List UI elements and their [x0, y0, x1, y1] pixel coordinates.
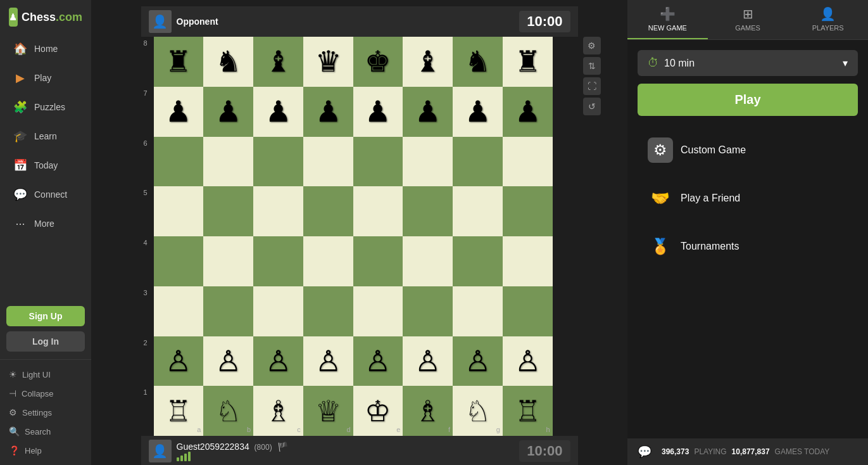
square-f8[interactable]: ♝ [403, 37, 453, 87]
square-a4[interactable] [154, 236, 204, 286]
square-f2[interactable]: ♙ [403, 336, 453, 386]
logo[interactable]: ♟ Chess.com [0, 0, 91, 34]
square-e8[interactable]: ♚ [353, 37, 403, 87]
square-g7[interactable]: ♟ [453, 87, 503, 137]
help-item[interactable]: ❓ Help [0, 441, 91, 460]
fullscreen-ctrl[interactable]: ⛶ [583, 77, 601, 95]
square-e6[interactable] [353, 137, 403, 187]
nav-item-today[interactable]: 📅 Today [4, 151, 87, 179]
chess-board[interactable]: ♜ ♞ ♝ ♛ ♚ ♝ ♞ ♜ ♟ ♟ ♟ ♟ ♟ ♟ ♟ ♟ [154, 37, 553, 436]
square-e3[interactable] [353, 286, 403, 336]
square-e4[interactable] [353, 236, 403, 286]
nav-item-play[interactable]: ▶ Play [4, 64, 87, 92]
puzzles-icon: 🧩 [13, 99, 28, 115]
square-g3[interactable] [453, 286, 503, 336]
nav-item-puzzles[interactable]: 🧩 Puzzles [4, 93, 87, 121]
tournaments-option[interactable]: 🏅 Tournaments [638, 225, 858, 268]
square-g5[interactable] [453, 186, 503, 236]
square-d2[interactable]: ♙ [303, 336, 353, 386]
square-b8[interactable]: ♞ [203, 37, 253, 87]
square-b6[interactable] [203, 137, 253, 187]
square-a7[interactable]: ♟ [154, 87, 204, 137]
signup-button[interactable]: Sign Up [6, 306, 85, 326]
square-h7[interactable]: ♟ [503, 87, 553, 137]
time-selector[interactable]: ⏱ 10 min ▾ [638, 50, 858, 76]
play-button[interactable]: Play [638, 84, 858, 116]
square-g2[interactable]: ♙ [453, 336, 503, 386]
square-e5[interactable] [353, 186, 403, 236]
square-b4[interactable] [203, 236, 253, 286]
square-h6[interactable] [503, 137, 553, 187]
square-b3[interactable] [203, 286, 253, 336]
playing-label: PLAYING [694, 447, 726, 456]
stats-bar: 💬 396,373 PLAYING 10,877,837 GAMES TODAY [627, 438, 868, 465]
square-c4[interactable] [253, 236, 303, 286]
nav-item-connect[interactable]: 💬 Connect [4, 181, 87, 208]
piece-e7: ♟ [365, 94, 391, 129]
square-d7[interactable]: ♟ [303, 87, 353, 137]
square-g8[interactable]: ♞ [453, 37, 503, 87]
nav-item-more[interactable]: ··· More [4, 210, 87, 238]
square-f6[interactable] [403, 137, 453, 187]
nav-label-puzzles: Puzzles [34, 102, 65, 112]
square-h2[interactable]: ♙ [503, 336, 553, 386]
nav-item-home[interactable]: 🏠 Home [4, 35, 87, 63]
piece-c8: ♝ [265, 44, 291, 79]
games-icon: ⊞ [743, 6, 753, 22]
board-controls: ⚙ ⇅ ⛶ ↺ [583, 37, 601, 115]
piece-d1: ♕ [315, 394, 341, 428]
square-c3[interactable] [253, 286, 303, 336]
square-d6[interactable] [303, 137, 353, 187]
square-f4[interactable] [403, 236, 453, 286]
square-a3[interactable] [154, 286, 204, 336]
square-h8[interactable]: ♜ [503, 37, 553, 87]
square-a2[interactable]: ♙ [154, 336, 204, 386]
login-button[interactable]: Log In [6, 331, 85, 352]
settings-ctrl[interactable]: ⚙ [583, 37, 601, 54]
square-f5[interactable] [403, 186, 453, 236]
square-h5[interactable] [503, 186, 553, 236]
square-d8[interactable]: ♛ [303, 37, 353, 87]
play-friend-option[interactable]: 🤝 Play a Friend [638, 177, 858, 220]
flip-ctrl[interactable]: ⇅ [583, 57, 601, 75]
square-c2[interactable]: ♙ [253, 336, 303, 386]
custom-game-option[interactable]: ⚙ Custom Game [638, 129, 858, 172]
square-a5[interactable] [154, 186, 204, 236]
settings-item[interactable]: ⚙ Settings [0, 403, 91, 422]
square-d5[interactable] [303, 186, 353, 236]
square-c8[interactable]: ♝ [253, 37, 303, 87]
square-e7[interactable]: ♟ [353, 87, 403, 137]
square-f3[interactable] [403, 286, 453, 336]
player-name: Guest2059222834 (800) 🏴 [177, 442, 288, 452]
tab-players[interactable]: 👤 PLAYERS [788, 0, 868, 39]
nav-item-learn[interactable]: 🎓 Learn [4, 122, 87, 150]
square-h4[interactable] [503, 236, 553, 286]
games-label: GAMES TODAY [775, 447, 830, 456]
bar1 [177, 457, 179, 461]
square-f7[interactable]: ♟ [403, 87, 453, 137]
rotate-ctrl[interactable]: ↺ [583, 98, 601, 115]
square-c7[interactable]: ♟ [253, 87, 303, 137]
square-b7[interactable]: ♟ [203, 87, 253, 137]
piece-a1: ♖ [165, 394, 191, 428]
square-c6[interactable] [253, 137, 303, 187]
square-h3[interactable] [503, 286, 553, 336]
light-ui-item[interactable]: ☀ Light UI [0, 365, 91, 384]
file-g: g [453, 426, 503, 433]
square-d3[interactable] [303, 286, 353, 336]
square-c5[interactable] [253, 186, 303, 236]
tab-new-game[interactable]: ➕ NEW GAME [627, 0, 708, 39]
square-d4[interactable] [303, 236, 353, 286]
square-g6[interactable] [453, 137, 503, 187]
tab-games[interactable]: ⊞ GAMES [708, 0, 788, 39]
right-panel: ➕ NEW GAME ⊞ GAMES 👤 PLAYERS ⏱ 10 min ▾ … [627, 0, 868, 465]
square-b5[interactable] [203, 186, 253, 236]
square-b2[interactable]: ♙ [203, 336, 253, 386]
square-e2[interactable]: ♙ [353, 336, 403, 386]
chat-icon[interactable]: 💬 [638, 445, 651, 459]
square-g4[interactable] [453, 236, 503, 286]
search-item[interactable]: 🔍 Search [0, 422, 91, 441]
collapse-item[interactable]: ⊣ Collapse [0, 384, 91, 403]
square-a8[interactable]: ♜ [154, 37, 204, 87]
square-a6[interactable] [154, 137, 204, 187]
